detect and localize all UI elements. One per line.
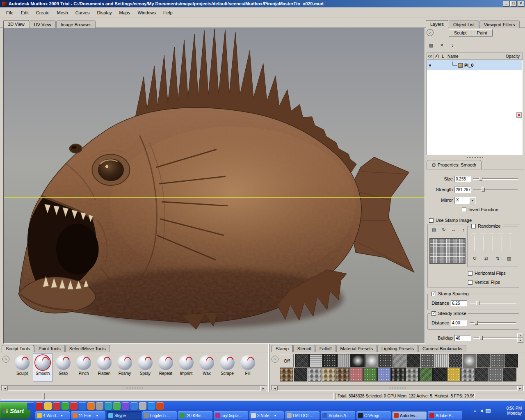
menu-item[interactable]: Help: [160, 9, 176, 16]
stamp-thumbnail[interactable]: [489, 368, 502, 381]
layer-delete-icon[interactable]: ✕: [438, 42, 445, 48]
quick-launch-icon[interactable]: [105, 402, 112, 410]
quick-launch-icon[interactable]: [139, 402, 146, 410]
panel-expander-chevron-icon[interactable]: [427, 29, 434, 36]
stamp-tray-scrollbar[interactable]: [271, 385, 524, 391]
close-button[interactable]: ×: [518, 1, 524, 7]
taskbar-button[interactable]: .20 KB/s ...: [178, 411, 212, 420]
stamp-thumbnail[interactable]: [379, 354, 393, 368]
visibility-column-header[interactable]: [427, 53, 434, 59]
strength-input[interactable]: 281.297: [454, 187, 471, 193]
stamp-thumbnail[interactable]: [295, 354, 309, 368]
tray-collapse-chevron-icon[interactable]: «: [474, 409, 476, 413]
stamp-swap-horizontal-icon[interactable]: ↔: [450, 226, 457, 233]
layer-row[interactable]: PI_0: [427, 60, 522, 70]
quick-launch-icon[interactable]: [87, 402, 95, 410]
tool-button[interactable]: Spray: [135, 353, 155, 382]
stamp-thumbnail[interactable]: [477, 354, 490, 368]
stamp-thumbnail[interactable]: [377, 368, 391, 381]
view-tab[interactable]: 3D View: [3, 20, 29, 28]
quick-launch-icon[interactable]: [148, 402, 155, 410]
stamp-thumbnail[interactable]: [503, 368, 516, 381]
scroll-left-icon[interactable]: [272, 386, 278, 390]
stamp-spacing-slider[interactable]: [469, 300, 517, 306]
randomize-slider[interactable]: [489, 232, 495, 252]
tool-button[interactable]: Foamy: [115, 353, 135, 382]
tool-tray-chevron-icon[interactable]: [2, 356, 9, 363]
stamp-thumbnail[interactable]: [349, 368, 363, 381]
stamp-tray-tab[interactable]: Material Presets: [336, 345, 377, 352]
fish-model[interactable]: [4, 28, 425, 343]
restore-button[interactable]: □: [510, 1, 517, 7]
properties-header-tab[interactable]: Properties: Smooth: [427, 160, 482, 169]
scrollbar-handle[interactable]: [388, 387, 406, 389]
tool-tray-tab[interactable]: Select/Move Tools: [65, 345, 110, 352]
strength-slider[interactable]: [472, 187, 518, 192]
stamp-spacing-distance-input[interactable]: 6.25: [451, 300, 467, 306]
stamp-thumbnail[interactable]: [463, 354, 476, 368]
tool-tray-tab[interactable]: Sculpt Tools: [2, 345, 34, 352]
tool-button[interactable]: Imprint: [176, 353, 196, 382]
taskbar-button[interactable]: C:\Progr...: [356, 411, 391, 420]
stamp-thumbnail[interactable]: [504, 354, 518, 368]
randomize-slider[interactable]: [471, 232, 477, 252]
tool-button[interactable]: Wax: [197, 353, 217, 382]
taskbar-button[interactable]: Autodes...: [392, 411, 427, 420]
stamp-thumbnail[interactable]: [308, 368, 321, 381]
scroll-left-icon[interactable]: [2, 386, 8, 390]
buildup-slider[interactable]: [472, 335, 518, 341]
mirror-dropdown[interactable]: X: [454, 197, 476, 204]
panel-splitter[interactable]: [426, 156, 524, 159]
scroll-up-icon[interactable]: [517, 333, 523, 338]
panel-tab[interactable]: Viewport Filters: [479, 21, 520, 28]
scroll-down-icon[interactable]: [517, 338, 523, 343]
quick-launch-icon[interactable]: [79, 402, 86, 410]
quick-launch-icon[interactable]: [36, 402, 43, 410]
vertical-flips-checkbox[interactable]: [468, 280, 472, 285]
size-slider[interactable]: [472, 176, 518, 182]
stamp-tray-tab[interactable]: Falloff: [315, 345, 336, 352]
sculpt-mode-button[interactable]: Sculpt: [449, 30, 472, 36]
stamp-thumbnail[interactable]: [405, 368, 419, 381]
view-tab[interactable]: UV View: [30, 21, 56, 28]
stamp-swap-vertical-icon[interactable]: ↕: [460, 226, 467, 233]
quick-launch-icon[interactable]: [27, 402, 34, 410]
tool-button[interactable]: Flatten: [94, 353, 114, 382]
minimize-button[interactable]: _: [503, 1, 509, 7]
paint-mode-button[interactable]: Paint: [472, 30, 492, 36]
stamp-tray-tab[interactable]: Stencil: [293, 345, 315, 352]
stamp-thumbnail[interactable]: [323, 354, 337, 368]
use-stamp-checkbox[interactable]: [429, 218, 434, 223]
stamp-thumbnail[interactable]: [435, 354, 448, 368]
scroll-right-icon[interactable]: [260, 386, 266, 390]
randomize-slider[interactable]: [498, 232, 504, 252]
stamp-thumbnail[interactable]: [322, 368, 335, 381]
menu-item[interactable]: Maps: [116, 9, 134, 16]
stamp-thumbnail[interactable]: [433, 368, 447, 381]
stamp-thumbnail[interactable]: [407, 354, 420, 368]
stamp-thumbnail[interactable]: [421, 354, 434, 368]
panel-tab[interactable]: Object List: [449, 21, 479, 28]
taskbar-button[interactable]: 11 Fire...: [71, 411, 105, 420]
steady-stroke-distance-input[interactable]: 4.00: [451, 320, 467, 326]
name-column-header[interactable]: Name: [446, 53, 503, 59]
randomize-checkbox[interactable]: [471, 224, 476, 228]
menu-item[interactable]: Display: [93, 9, 115, 16]
tool-button[interactable]: Fill: [238, 353, 258, 382]
scroll-right-icon[interactable]: [517, 386, 523, 390]
size-slider-thumb[interactable]: [479, 177, 482, 181]
stamp-tray-chevron-icon[interactable]: [272, 356, 278, 363]
tool-button[interactable]: Smooth: [33, 353, 52, 382]
tool-button[interactable]: Pinch: [74, 353, 94, 382]
taskbar-button[interactable]: Adobe P...: [428, 411, 462, 420]
stamp-thumbnail[interactable]: [391, 368, 405, 381]
menu-item[interactable]: Create: [32, 9, 53, 16]
randomize-flip-h-icon[interactable]: ⇄: [482, 255, 490, 262]
stamp-refresh-icon[interactable]: ↻: [440, 226, 447, 233]
chevron-down-icon[interactable]: [469, 197, 475, 203]
tool-button[interactable]: Sculpt: [12, 353, 32, 382]
start-button[interactable]: Start: [0, 402, 30, 419]
taskbar-button[interactable]: 4 Wind...: [35, 411, 70, 420]
taskbar-button[interactable]: LMTOOL...: [285, 411, 320, 420]
stamp-thumbnail[interactable]: [280, 368, 293, 381]
